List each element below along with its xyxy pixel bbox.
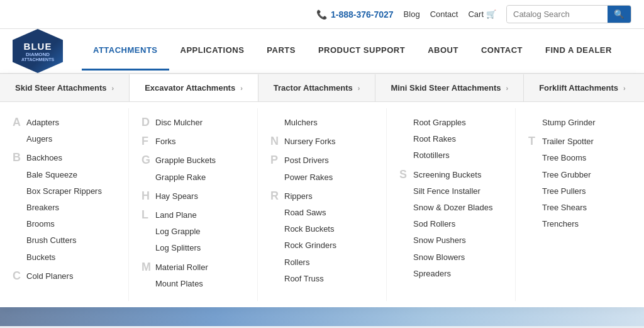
search-icon: 🔍 xyxy=(614,9,625,19)
link-brush-cutters[interactable]: Brush Cutters xyxy=(26,232,116,249)
menu-columns: A Adapters Augers B Backhoes Bale Squeez… xyxy=(0,102,644,307)
link-spreaders[interactable]: Spreaders xyxy=(413,266,502,282)
search-button[interactable]: 🔍 xyxy=(608,6,631,23)
menu-col-5: Stump Grinder T Trailer Spotter Tree Boo… xyxy=(516,108,644,301)
link-adapters[interactable]: Adapters xyxy=(26,115,116,131)
cart-icon: 🛒 xyxy=(486,9,496,19)
link-nursery-forks[interactable]: Nursery Forks xyxy=(284,133,374,150)
chevron-right-icon: › xyxy=(111,84,114,92)
logo-line1: BLUE xyxy=(24,41,52,52)
menu-col-3: Mulchers N Nursery Forks P Post Drivers … xyxy=(258,108,387,301)
link-mulchers[interactable]: Mulchers xyxy=(284,115,374,131)
nav-items: ATTACHMENTS APPLICATIONS PARTS PRODUCT S… xyxy=(82,31,623,71)
alpha-m: M Material Roller Mount Plates xyxy=(142,259,245,292)
alpha-l: L Land Plane Log Grapple Log Splitters xyxy=(142,207,245,257)
alpha-h: H Hay Spears xyxy=(142,188,245,205)
link-rock-buckets[interactable]: Rock Buckets xyxy=(284,221,374,237)
link-grapple-rake[interactable]: Grapple Rake xyxy=(155,169,245,186)
link-power-rakes[interactable]: Power Rakes xyxy=(284,169,374,186)
link-augers[interactable]: Augers xyxy=(26,131,116,147)
link-disc-mulcher[interactable]: Disc Mulcher xyxy=(155,115,245,131)
link-material-roller[interactable]: Material Roller xyxy=(155,259,245,276)
link-box-scraper-rippers[interactable]: Box Scraper Rippers xyxy=(26,183,116,200)
link-tree-shears[interactable]: Tree Shears xyxy=(542,200,631,216)
nav-about[interactable]: ABOUT xyxy=(416,31,470,71)
link-bale-squeeze[interactable]: Bale Squeeze xyxy=(26,167,116,183)
phone-icon: 📞 xyxy=(316,9,327,20)
menu-col-1: A Adapters Augers B Backhoes Bale Squeez… xyxy=(0,108,129,301)
link-log-grapple[interactable]: Log Grapple xyxy=(155,223,245,240)
link-root-rakes[interactable]: Root Rakes xyxy=(413,131,502,147)
cart-button[interactable]: Cart 🛒 xyxy=(468,9,496,19)
nav-parts[interactable]: PARTS xyxy=(255,31,307,71)
cat-mini-skid[interactable]: Mini Skid Steer Attachments › xyxy=(375,74,524,101)
nav-attachments[interactable]: ATTACHMENTS xyxy=(82,31,169,71)
cat-skid-steer[interactable]: Skid Steer Attachments › xyxy=(0,74,130,101)
cat-excavator[interactable]: Excavator Attachments › xyxy=(130,74,258,101)
main-nav: BLUE DIAMOND ATTACHMENTS ATTACHMENTS APP… xyxy=(0,29,644,74)
alpha-d: D Disc Mulcher xyxy=(142,115,245,131)
alpha-c: C Cold Planers xyxy=(13,268,116,285)
link-breakers[interactable]: Breakers xyxy=(26,200,116,216)
link-brooms[interactable]: Brooms xyxy=(26,216,116,232)
alpha-g: G Grapple Buckets Grapple Rake xyxy=(142,152,245,185)
link-land-plane[interactable]: Land Plane xyxy=(155,207,245,223)
link-log-splitters[interactable]: Log Splitters xyxy=(155,240,245,256)
nav-product-support[interactable]: PRODUCT SUPPORT xyxy=(307,31,416,71)
link-snow-dozer-blades[interactable]: Snow & Dozer Blades xyxy=(413,200,502,216)
logo[interactable]: BLUE DIAMOND ATTACHMENTS xyxy=(13,29,63,73)
contact-link[interactable]: Contact xyxy=(430,9,458,19)
dropdown: Skid Steer Attachments › Excavator Attac… xyxy=(0,74,644,307)
link-tree-booms[interactable]: Tree Booms xyxy=(542,150,631,166)
link-hay-spears[interactable]: Hay Spears xyxy=(155,188,245,205)
logo-line2: DIAMOND xyxy=(26,52,50,57)
link-road-saws[interactable]: Road Saws xyxy=(284,205,374,221)
alpha-n-mulchers: Mulchers xyxy=(270,115,374,131)
link-cold-planers[interactable]: Cold Planers xyxy=(26,268,116,285)
alpha-a: A Adapters Augers xyxy=(13,115,116,147)
link-mount-plates[interactable]: Mount Plates xyxy=(155,276,245,292)
link-backhoes[interactable]: Backhoes xyxy=(26,150,116,166)
link-rollers[interactable]: Rollers xyxy=(284,254,374,271)
link-root-grapples[interactable]: Root Grapples xyxy=(413,115,502,131)
link-silt-fence-installer[interactable]: Silt Fence Installer xyxy=(413,183,502,200)
background-image-strip xyxy=(0,307,644,326)
link-stump-grinder[interactable]: Stump Grinder xyxy=(542,115,631,131)
alpha-stump: Stump Grinder xyxy=(528,115,631,131)
link-sod-rollers[interactable]: Sod Rollers xyxy=(413,216,502,232)
cat-tractor[interactable]: Tractor Attachments › xyxy=(258,74,376,101)
link-screening-buckets[interactable]: Screening Buckets xyxy=(413,167,502,183)
alpha-t: T Trailer Spotter Tree Booms Tree Grubbe… xyxy=(528,133,631,232)
phone-number[interactable]: 📞 1-888-376-7027 xyxy=(316,9,394,20)
link-forks[interactable]: Forks xyxy=(155,133,245,150)
link-tree-grubber[interactable]: Tree Grubber xyxy=(542,167,631,183)
link-trenchers[interactable]: Trenchers xyxy=(542,216,631,232)
link-tree-pullers[interactable]: Tree Pullers xyxy=(542,183,631,200)
nav-contact[interactable]: CONTACT xyxy=(470,31,534,71)
link-roof-truss[interactable]: Roof Truss xyxy=(284,271,374,287)
search-box: 🔍 xyxy=(506,5,631,23)
alpha-r: R Rippers Road Saws Rock Buckets Rock Gr… xyxy=(270,188,374,287)
category-tabs: Skid Steer Attachments › Excavator Attac… xyxy=(0,74,644,102)
top-links: Blog Contact xyxy=(404,9,458,19)
search-input[interactable] xyxy=(507,6,608,22)
link-rototillers[interactable]: Rototillers xyxy=(413,147,502,164)
nav-applications[interactable]: APPLICATIONS xyxy=(169,31,256,71)
link-snow-pushers[interactable]: Snow Pushers xyxy=(413,232,502,249)
link-snow-blowers[interactable]: Snow Blowers xyxy=(413,249,502,266)
link-post-drivers[interactable]: Post Drivers xyxy=(284,152,374,169)
blog-link[interactable]: Blog xyxy=(404,9,420,19)
logo-line3: ATTACHMENTS xyxy=(21,57,54,62)
link-rippers[interactable]: Rippers xyxy=(284,188,374,205)
nav-find-dealer[interactable]: FIND A DEALER xyxy=(534,31,623,71)
alpha-p: P Post Drivers Power Rakes xyxy=(270,152,374,185)
alpha-b: B Backhoes Bale Squeeze Box Scraper Ripp… xyxy=(13,150,116,265)
link-grapple-buckets[interactable]: Grapple Buckets xyxy=(155,152,245,169)
link-trailer-spotter[interactable]: Trailer Spotter xyxy=(542,133,631,150)
alpha-f: F Forks xyxy=(142,133,245,150)
alpha-s: S Screening Buckets Silt Fence Installer… xyxy=(399,167,502,282)
link-rock-grinders[interactable]: Rock Grinders xyxy=(284,237,374,254)
cat-forklift[interactable]: Forklift Attachments › xyxy=(524,74,641,101)
menu-col-4: Root Grapples Root Rakes Rototillers S S… xyxy=(387,108,516,301)
link-buckets[interactable]: Buckets xyxy=(26,249,116,266)
